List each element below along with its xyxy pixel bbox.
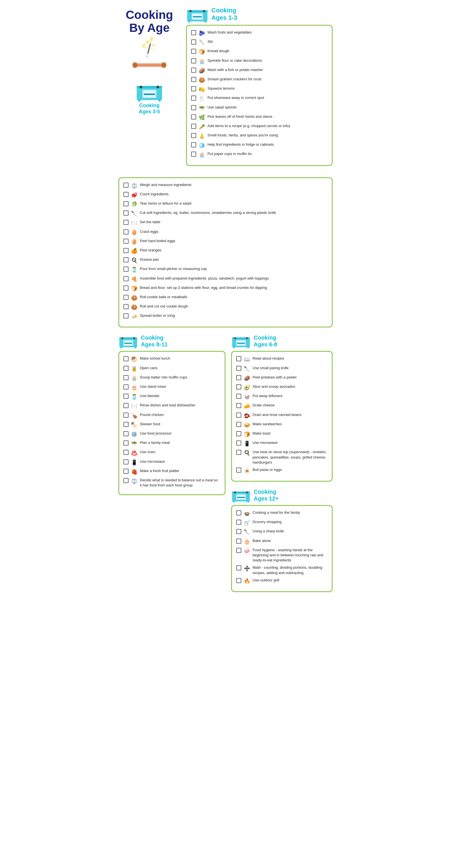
checkbox[interactable] xyxy=(191,86,196,91)
checkbox[interactable] xyxy=(236,538,241,544)
item-text: Make school lunch xyxy=(140,356,220,361)
svg-rect-0 xyxy=(135,63,163,67)
item-text: Use blender xyxy=(140,394,220,399)
checkbox[interactable] xyxy=(123,356,128,361)
checkbox[interactable] xyxy=(191,142,196,147)
checkbox[interactable] xyxy=(123,183,128,188)
checkbox[interactable] xyxy=(191,68,196,73)
checkbox[interactable] xyxy=(123,276,128,281)
svg-rect-47 xyxy=(233,347,235,348)
svg-point-43 xyxy=(235,338,236,339)
list-item: 📱Use microwave xyxy=(123,459,220,466)
checkbox[interactable] xyxy=(191,115,196,120)
item-icon: 👃 xyxy=(199,133,205,140)
checkbox[interactable] xyxy=(123,295,128,300)
checkbox[interactable] xyxy=(123,285,128,290)
item-text: Wash fruits and vegetables xyxy=(207,30,328,35)
checkbox[interactable] xyxy=(123,478,128,483)
list-item: 🧊Help find ingredients in fridge or cabi… xyxy=(191,142,328,149)
item-text: Smash graham crackers for crust xyxy=(207,76,328,82)
checkbox[interactable] xyxy=(123,304,128,309)
checkbox[interactable] xyxy=(191,133,196,138)
checkbox[interactable] xyxy=(191,96,196,101)
list-item: 🧁Put paper cups in muffin tin xyxy=(191,151,328,158)
checkbox[interactable] xyxy=(123,211,128,216)
checkbox[interactable] xyxy=(123,229,128,235)
item-icon: 🥙 xyxy=(131,356,138,363)
checkbox[interactable] xyxy=(236,403,241,408)
checkbox[interactable] xyxy=(191,152,196,157)
checkbox[interactable] xyxy=(123,469,128,474)
checkbox[interactable] xyxy=(236,422,241,427)
checkbox[interactable] xyxy=(236,578,241,583)
checkbox[interactable] xyxy=(123,394,128,399)
main-title: Cooking By Age xyxy=(126,8,173,34)
checkbox[interactable] xyxy=(123,459,128,464)
item-icon: 🧁 xyxy=(131,375,138,382)
checkbox[interactable] xyxy=(236,565,241,570)
stove-icon-6-8 xyxy=(231,333,251,349)
checkbox[interactable] xyxy=(191,124,196,129)
checkbox[interactable] xyxy=(123,440,128,445)
checkbox[interactable] xyxy=(236,450,241,455)
item-text: Cooking a meal for the family xyxy=(252,510,328,515)
checkbox[interactable] xyxy=(123,366,128,371)
checkbox[interactable] xyxy=(236,440,241,445)
checkbox[interactable] xyxy=(123,422,128,427)
svg-point-12 xyxy=(157,86,159,88)
checkbox[interactable] xyxy=(123,431,128,436)
checkbox[interactable] xyxy=(191,30,196,35)
list-item: 🍴Put silverware away in correct spot xyxy=(191,95,328,102)
item-text: Mash with a fork or potato masher xyxy=(207,67,328,72)
item-text: Assemble food with prepared ingredients:… xyxy=(140,276,328,281)
list-item: 🥔Mash with a fork or potato masher xyxy=(191,67,328,74)
checkbox[interactable] xyxy=(123,239,128,244)
checkbox[interactable] xyxy=(236,529,241,534)
list-item: 🧀Grate cheese xyxy=(236,403,328,410)
checkbox[interactable] xyxy=(123,375,128,380)
checkbox[interactable] xyxy=(123,450,128,455)
checkbox[interactable] xyxy=(236,366,241,371)
checkbox[interactable] xyxy=(236,431,241,436)
item-text: Crack eggs xyxy=(140,229,328,234)
checkbox[interactable] xyxy=(236,356,241,361)
checkbox[interactable] xyxy=(236,384,241,390)
checkbox[interactable] xyxy=(123,248,128,253)
checkbox[interactable] xyxy=(191,49,196,54)
checkbox[interactable] xyxy=(236,468,241,473)
item-icon: 🫙 xyxy=(131,266,138,273)
checkbox[interactable] xyxy=(123,412,128,417)
checkbox[interactable] xyxy=(123,220,128,225)
checkbox[interactable] xyxy=(123,403,128,408)
checkbox[interactable] xyxy=(123,313,128,318)
item-icon: 🥑 xyxy=(244,384,250,391)
checkbox[interactable] xyxy=(123,201,128,206)
list-item: 🥪Make sandwiches xyxy=(236,422,328,429)
item-text: Spread butter or icing xyxy=(140,313,328,318)
rolling-pin-icon: 🪄 xyxy=(138,35,161,58)
item-text: Squeeze lemons xyxy=(207,86,328,91)
item-text: Peel potatoes with a peeler xyxy=(252,375,328,380)
checkbox[interactable] xyxy=(123,257,128,262)
ages-3-5-card: ⚖️Weigh and measure ingredients🥩Count in… xyxy=(118,177,333,328)
svg-rect-58 xyxy=(233,501,235,502)
item-icon: 🧁 xyxy=(199,58,205,65)
checkbox[interactable] xyxy=(123,267,128,272)
checkbox[interactable] xyxy=(191,39,196,44)
checkbox[interactable] xyxy=(123,384,128,390)
checkbox[interactable] xyxy=(236,520,241,525)
checkbox[interactable] xyxy=(236,394,241,399)
checkbox[interactable] xyxy=(123,192,128,197)
checkbox[interactable] xyxy=(191,58,196,63)
list-item: 🍞Make toast xyxy=(236,431,328,438)
checkbox[interactable] xyxy=(191,105,196,110)
svg-rect-57 xyxy=(237,497,245,498)
checkbox[interactable] xyxy=(236,510,241,516)
checkbox[interactable] xyxy=(236,412,241,417)
item-icon: 🔪 xyxy=(244,366,250,373)
checkbox[interactable] xyxy=(236,375,241,380)
item-text: Grate cheese xyxy=(252,403,328,408)
checkbox[interactable] xyxy=(191,77,196,82)
item-icon: 🌿 xyxy=(199,114,205,121)
checkbox[interactable] xyxy=(236,548,241,553)
